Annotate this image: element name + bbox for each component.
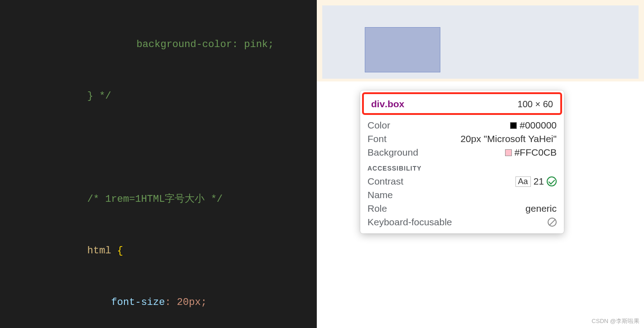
browser-preview: div.box 100 × 60 Color #000000 Font 20px…	[317, 0, 644, 328]
contrast-sample: Aa	[515, 176, 531, 187]
code-editor[interactable]: background-color: pink; } */ /* 1rem=1HT…	[0, 0, 317, 328]
tooltip-contrast-row: Contrast Aa 21	[367, 175, 557, 188]
tooltip-background-row: Background #FFC0CB	[367, 146, 557, 159]
tooltip-dimensions: 100 × 60	[518, 99, 553, 109]
tooltip-selector-row: div.box 100 × 60	[362, 92, 562, 115]
no-icon	[548, 218, 557, 227]
color-swatch-icon	[505, 149, 512, 156]
tooltip-class: .box	[385, 99, 404, 109]
code-text: }	[63, 90, 99, 102]
code-prop: font-size	[63, 297, 165, 308]
watermark: CSDN @李斯啦果	[592, 317, 639, 325]
code-selector: html	[63, 245, 111, 257]
tooltip-tag: div	[371, 99, 385, 109]
code-text: background-color: pink;	[89, 39, 274, 50]
code-comment: /* 1rem=1HTML字号大小 */	[63, 194, 223, 205]
accessibility-heading: ACCESSIBILITY	[367, 165, 557, 172]
tooltip-color-row: Color #000000	[367, 119, 557, 132]
inspector-tooltip: div.box 100 × 60 Color #000000 Font 20px…	[360, 90, 564, 233]
tooltip-name-row: Name	[367, 188, 557, 202]
code-text: */	[99, 90, 111, 102]
tooltip-role-row: Role generic	[367, 202, 557, 215]
box-element[interactable]	[365, 27, 440, 72]
tooltip-font-row: Font 20px "Microsoft YaHei"	[367, 132, 557, 146]
tooltip-focusable-row: Keyboard-focusable	[367, 215, 557, 229]
check-icon	[547, 176, 557, 186]
color-swatch-icon	[510, 122, 517, 129]
